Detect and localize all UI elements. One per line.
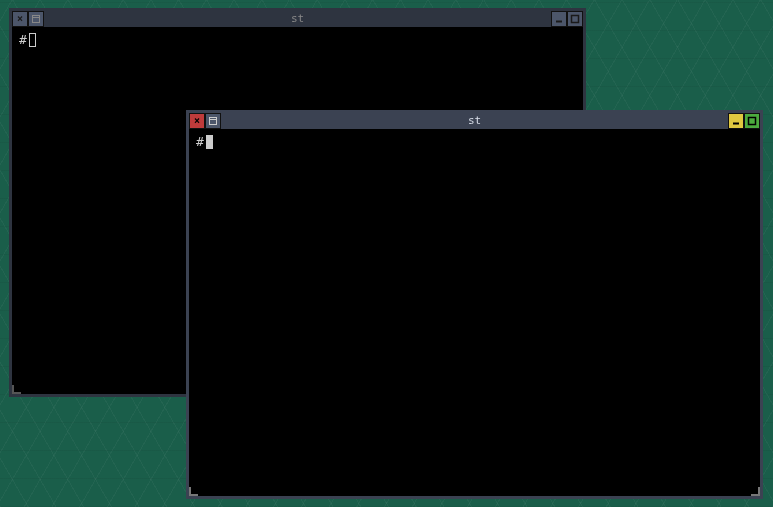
svg-rect-4	[210, 118, 217, 125]
window-title: st	[44, 11, 551, 27]
svg-rect-0	[33, 16, 40, 23]
terminal-window-active[interactable]: × st #	[186, 110, 763, 499]
minimize-button[interactable]	[551, 11, 567, 27]
prompt-line: #	[19, 32, 576, 48]
maximize-button[interactable]	[744, 113, 760, 129]
close-button[interactable]: ×	[12, 11, 28, 27]
shell-prompt: #	[196, 134, 204, 150]
titlebar[interactable]: × st	[12, 11, 583, 27]
desktop: × st #	[0, 0, 773, 507]
close-button[interactable]: ×	[189, 113, 205, 129]
svg-rect-7	[749, 118, 756, 125]
minimize-button[interactable]	[728, 113, 744, 129]
prompt-line: #	[196, 134, 753, 150]
window-menu-button[interactable]	[28, 11, 44, 27]
terminal-content[interactable]: #	[192, 132, 757, 493]
minimize-icon	[554, 14, 564, 24]
svg-rect-3	[572, 16, 579, 23]
minimize-icon	[731, 116, 741, 126]
menu-icon	[208, 116, 218, 126]
maximize-icon	[570, 14, 580, 24]
maximize-icon	[747, 116, 757, 126]
window-menu-button[interactable]	[205, 113, 221, 129]
close-icon: ×	[194, 113, 200, 129]
window-title: st	[221, 113, 728, 129]
text-cursor	[206, 135, 213, 149]
menu-icon	[31, 14, 41, 24]
text-cursor	[29, 33, 36, 47]
maximize-button[interactable]	[567, 11, 583, 27]
titlebar[interactable]: × st	[189, 113, 760, 129]
close-icon: ×	[17, 11, 23, 27]
shell-prompt: #	[19, 32, 27, 48]
